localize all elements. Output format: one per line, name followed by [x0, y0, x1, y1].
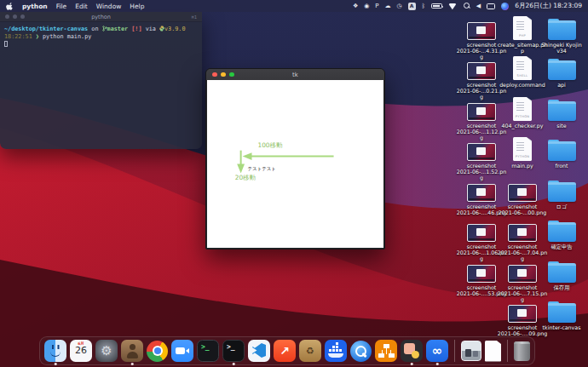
docker-app-icon[interactable] [325, 340, 347, 362]
menu-item-window[interactable]: Window [96, 3, 122, 10]
dock-item-infinity-app[interactable] [426, 340, 448, 362]
dock-item-chrome-app[interactable] [147, 341, 168, 362]
desktop-item-site[interactable]: site [535, 95, 588, 129]
menu-bar-clock[interactable]: 6月26日(土) 18:23:09 [515, 2, 582, 10]
dock-item-quicktime-app[interactable] [350, 341, 372, 362]
dock: 6月26 [39, 336, 535, 365]
chart-app-icon[interactable] [274, 340, 296, 362]
dock-item-calendar-app[interactable]: 6月26 [70, 340, 92, 362]
desktop-item--[interactable]: ロゴ [535, 176, 588, 209]
dock-item-document-file[interactable] [485, 341, 501, 362]
screenshot-icon[interactable] [508, 224, 537, 242]
desktop-item--[interactable]: 確定申告 [535, 216, 588, 249]
terminal-app-icon[interactable] [197, 340, 219, 362]
file-icon[interactable]: PHP [513, 16, 532, 40]
desktop-item-tkinter-canvas[interactable]: tkinter-canvas [535, 297, 588, 330]
trash-icon[interactable] [514, 341, 530, 361]
dock-item-trash[interactable] [514, 341, 530, 361]
menu-item-file[interactable]: File [56, 3, 67, 10]
dock-item-system-preferences-app[interactable] [95, 340, 118, 362]
document-file-icon[interactable] [485, 341, 501, 362]
tk-titlebar[interactable]: tk [206, 69, 384, 80]
desktop-item-shingeki-kyojinv34[interactable]: Shingeki Kyojinv34 [535, 14, 588, 54]
system-preferences-app-icon[interactable] [95, 340, 118, 362]
tk-window[interactable]: tk 100移動 テストテスト 20移動 [205, 68, 385, 249]
diagrams-app-icon[interactable] [375, 340, 397, 362]
dock-item-chart-app[interactable] [274, 340, 296, 362]
clock-app-status-icon[interactable]: ◷ [397, 3, 402, 9]
screenshot-icon[interactable] [508, 305, 537, 323]
desktop-item-api[interactable]: api [535, 54, 588, 88]
screenshot-icon[interactable] [467, 103, 496, 121]
terminal-titlebar[interactable]: python ⌘1 [0, 12, 202, 22]
screenshot-tool-app-icon[interactable] [401, 340, 423, 362]
menu-item-help[interactable]: Help [130, 3, 144, 10]
folder-icon[interactable] [548, 303, 576, 323]
calendar-app-icon[interactable]: 6月26 [70, 340, 92, 362]
running-indicator-dot [436, 363, 439, 365]
screenshot-icon[interactable] [467, 22, 496, 40]
input-source-icon[interactable]: A [408, 3, 416, 10]
display-icon[interactable] [487, 3, 495, 9]
desktop-item-front[interactable]: front [535, 135, 588, 169]
folder-icon[interactable] [548, 101, 576, 121]
folder-icon[interactable] [548, 60, 576, 80]
dock-item-finder-app[interactable] [44, 340, 66, 362]
dock-item-minimized-window-thumbnail[interactable] [461, 341, 481, 361]
folder-icon[interactable] [548, 182, 576, 202]
folder-icon[interactable] [548, 20, 576, 40]
siri-icon[interactable] [501, 3, 509, 10]
app-status-icon-2[interactable]: ◉ [364, 3, 369, 9]
file-icon[interactable]: PYTHON [513, 97, 532, 121]
app-status-icon-1[interactable]: ❖ [353, 3, 358, 9]
volume-icon[interactable]: ◀ [476, 3, 481, 9]
minimized-window-thumbnail-icon[interactable] [461, 341, 481, 361]
file-icon[interactable]: PYTHON [513, 137, 532, 161]
app-status-icon-p[interactable]: P [375, 3, 378, 9]
screenshot-icon[interactable] [467, 224, 496, 242]
dock-item-diagrams-app[interactable] [375, 340, 397, 362]
screenshot-icon[interactable] [467, 143, 496, 161]
dock-item-iterm-app[interactable] [222, 340, 245, 362]
dock-item-contacts-app[interactable] [121, 340, 143, 362]
appcleaner-app-icon[interactable] [299, 340, 321, 362]
terminal-window[interactable]: python ⌘1 ~/desktop/tkinter-canvas on ma… [0, 12, 202, 149]
apple-menu-icon[interactable] [6, 2, 14, 10]
terminal-content[interactable]: ~/desktop/tkinter-canvas on master [!] v… [0, 22, 202, 52]
folder-icon[interactable] [548, 141, 576, 161]
folder-icon[interactable] [548, 263, 576, 283]
menu-item-edit[interactable]: Edit [75, 3, 88, 10]
battery-icon[interactable] [431, 3, 442, 9]
finder-app-icon[interactable] [44, 340, 66, 362]
dock-item-vscode-app[interactable] [248, 340, 270, 362]
quicktime-app-icon[interactable] [350, 341, 372, 362]
screenshot-icon[interactable] [467, 184, 496, 202]
iterm-app-icon[interactable] [222, 340, 245, 362]
wifi-icon[interactable] [448, 3, 457, 9]
screenshot-icon[interactable] [508, 184, 537, 202]
desktop-item-label: front [556, 163, 568, 169]
tk-canvas[interactable]: 100移動 テストテスト 20移動 [207, 80, 383, 248]
screenshot-icon[interactable] [508, 265, 537, 283]
infinity-app-icon[interactable] [426, 340, 448, 362]
dock-item-appcleaner-app[interactable] [299, 340, 321, 362]
active-app-menu[interactable]: python [22, 3, 48, 10]
dock-item-docker-app[interactable] [325, 340, 347, 362]
desktop-item--[interactable]: 保存用 [535, 257, 588, 290]
screenshot-icon[interactable] [467, 265, 496, 283]
terminal-tab-shortcut: ⌘1 [191, 14, 197, 20]
dock-item-terminal-app[interactable] [197, 340, 219, 362]
folder-icon[interactable] [548, 222, 576, 242]
dock-item-zoom-app[interactable] [171, 340, 193, 362]
dock-item-screenshot-tool-app[interactable] [401, 340, 423, 362]
file-icon[interactable]: SHELL [513, 56, 532, 80]
spotlight-icon[interactable] [463, 3, 470, 10]
chrome-app-icon[interactable] [147, 341, 168, 362]
icloud-status-icon[interactable]: ☁ [385, 3, 391, 9]
menu-bar: python FileEditWindowHelp ❖◉P☁◷Aᛒ◀ 6月26日… [0, 0, 588, 12]
bluetooth-icon[interactable]: ᛒ [422, 3, 425, 9]
vscode-app-icon[interactable] [248, 340, 270, 362]
contacts-app-icon[interactable] [121, 340, 143, 362]
zoom-app-icon[interactable] [171, 340, 193, 362]
screenshot-icon[interactable] [467, 62, 496, 80]
